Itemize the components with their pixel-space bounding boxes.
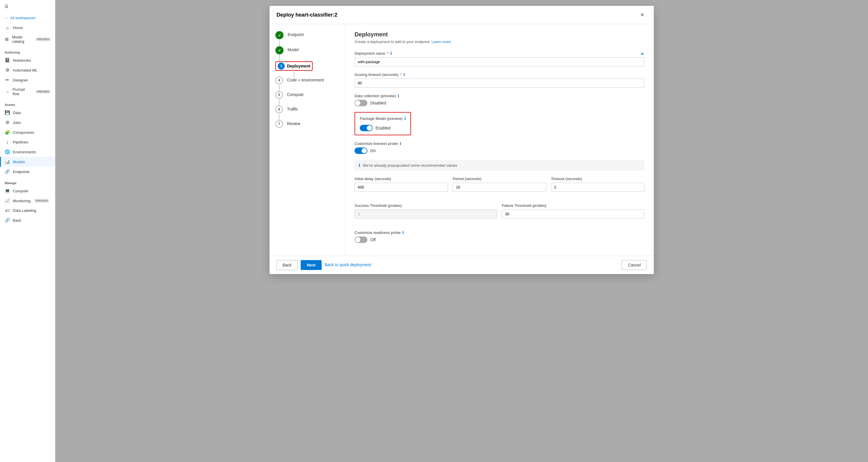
scoring-timeout-info-icon: ℹ	[403, 72, 405, 77]
sidebar-item-label: Back	[13, 218, 21, 223]
hamburger-menu[interactable]: ☰	[0, 0, 55, 13]
timeout-group: Timeout (seconds)	[551, 176, 645, 192]
home-icon: ⌂	[5, 25, 10, 30]
sidebar-item-models[interactable]: 📊 Models	[0, 157, 55, 167]
readiness-probe-label: Customize readiness probe ℹ	[354, 230, 645, 235]
sidebar-item-label: Automated ML	[13, 68, 37, 72]
back-label: All workspaces	[10, 16, 35, 20]
designer-icon: ✏	[5, 77, 10, 82]
step-circle-model: ✓	[275, 46, 283, 55]
step-circle-code-env: 4	[275, 76, 283, 84]
step-label-endpoint: Endpoint	[287, 31, 304, 37]
close-button[interactable]: ✕	[638, 10, 647, 19]
deploy-modal: Deploy heart-classifier:2 ✕ ✓ Endpoint	[270, 6, 654, 274]
manage-section-label: Manage	[0, 176, 55, 186]
pipelines-icon: ↕	[5, 140, 10, 144]
sidebar-item-designer[interactable]: ✏ Designer	[0, 75, 55, 85]
compute-icon: 💻	[5, 188, 10, 194]
quick-deploy-link[interactable]: Back to quick deployment	[324, 260, 371, 270]
sidebar-item-compute[interactable]: 💻 Compute	[0, 186, 55, 196]
step-label-model: Model	[287, 46, 299, 52]
package-model-status: Enabled	[375, 126, 390, 130]
learn-more-link[interactable]: Learn more	[432, 40, 451, 44]
sidebar-item-model-catalog[interactable]: ⊞ Model catalog PREVIEW	[0, 33, 55, 46]
sidebar-item-label: Endpoints	[13, 170, 30, 174]
catalog-icon: ⊞	[5, 37, 9, 42]
sidebar-item-data-labeling[interactable]: 🏷 Data Labeling	[0, 206, 55, 215]
sidebar-item-prompt-flow[interactable]: → Prompt flow PREVIEW	[0, 85, 55, 98]
monitoring-icon: 📈	[5, 198, 10, 203]
preview-badge: PREVIEW	[36, 90, 50, 93]
sidebar-item-notebooks[interactable]: 📓 Notebooks	[0, 55, 55, 65]
sidebar-item-automated-ml[interactable]: ⚙ Automated ML	[0, 65, 55, 75]
sidebar-item-label: Notebooks	[13, 58, 31, 63]
back-to-workspaces[interactable]: ← All workspaces	[0, 13, 55, 23]
sidebar-item-data[interactable]: 💾 Data	[0, 108, 55, 118]
required-mark: *	[387, 51, 389, 56]
sidebar-item-pipelines[interactable]: ↕ Pipelines	[0, 137, 55, 147]
sidebar-item-monitoring[interactable]: 📈 Monitoring PREVIEW	[0, 196, 55, 206]
readiness-info-icon: ℹ	[402, 230, 404, 235]
data-collection-toggle[interactable]	[354, 100, 367, 106]
jobs-icon: ⚙	[5, 120, 10, 125]
readiness-probe-group: Customize readiness probe ℹ Off	[354, 230, 645, 243]
sidebar-item-environments[interactable]: 🌐 Environments	[0, 147, 55, 157]
back-arrow-icon: ←	[5, 16, 8, 20]
sidebar-item-endpoints[interactable]: 🔗 Endpoints	[0, 167, 55, 176]
period-input[interactable]	[453, 183, 546, 192]
cancel-button[interactable]: Cancel	[622, 260, 647, 270]
step-label-compute: Compute	[287, 91, 304, 97]
data-collection-status: Disabled	[370, 101, 386, 105]
readiness-slider	[354, 236, 367, 243]
timeout-label: Timeout (seconds)	[551, 176, 645, 181]
back-button[interactable]: Back	[277, 260, 298, 270]
next-button[interactable]: Next	[301, 260, 322, 270]
automated-ml-icon: ⚙	[5, 67, 10, 73]
readiness-status: Off	[370, 237, 375, 242]
prepopulated-info-banner: ℹ We've already prepopulated some recomm…	[354, 160, 645, 171]
step-circle-deployment: 3	[278, 63, 285, 69]
info-circle-icon: ℹ	[359, 163, 360, 168]
scoring-timeout-input[interactable]	[354, 78, 645, 88]
sidebar-item-jobs[interactable]: ⚙ Jobs	[0, 118, 55, 127]
sidebar-item-label: Components	[13, 130, 34, 135]
sidebar-item-label: Home	[13, 26, 23, 30]
content-subtitle: Create a deployment to add to your endpo…	[354, 40, 645, 44]
liveness-toggle[interactable]	[354, 147, 367, 154]
scoring-timeout-label: Scoring timeout (seconds) * ℹ	[354, 72, 645, 77]
sidebar-item-home[interactable]: ⌂ Home	[0, 23, 55, 33]
modal-footer: Back Next Back to quick deployment Cance…	[270, 256, 654, 274]
prepopulated-text: We've already prepopulated some recommen…	[363, 163, 457, 168]
liveness-info-icon: ℹ	[400, 141, 401, 146]
deployment-name-group: Deployment name * ℹ 👁	[354, 51, 645, 66]
initial-delay-label: Initial delay (seconds)	[354, 176, 448, 181]
initial-delay-input[interactable]	[354, 183, 448, 192]
sidebar-item-label: Jobs	[13, 121, 21, 125]
readiness-toggle-row: Off	[354, 236, 645, 243]
liveness-toggle-row: On	[354, 147, 645, 154]
data-collection-label: Data collection (preview) ℹ	[354, 93, 645, 98]
timeout-input[interactable]	[551, 183, 645, 192]
step-circle-review: 7	[275, 120, 283, 128]
data-collection-toggle-row: Disabled	[354, 100, 645, 106]
sidebar-item-label: Data Labeling	[13, 208, 36, 213]
step-circle-endpoint: ✓	[275, 31, 283, 39]
sidebar-item-label: Monitoring	[13, 199, 31, 203]
package-model-toggle[interactable]	[360, 125, 373, 131]
data-collection-info-icon: ℹ	[398, 93, 399, 98]
eye-icon[interactable]: 👁	[640, 52, 645, 57]
sidebar-item-linked-services[interactable]: 🔗 Back	[0, 215, 55, 225]
probe-fields-row1: Initial delay (seconds) Period (seconds)…	[354, 176, 645, 198]
environments-icon: 🌐	[5, 149, 10, 155]
subtitle-text: Create a deployment to add to your endpo…	[354, 40, 432, 44]
failure-threshold-input[interactable]	[502, 209, 645, 219]
failure-threshold-label: Failure Threshold (probes)	[502, 203, 645, 208]
sidebar-item-label: Compute	[13, 189, 28, 193]
liveness-slider	[354, 147, 367, 154]
readiness-toggle[interactable]	[354, 236, 367, 243]
step-label-deployment: Deployment	[287, 64, 310, 68]
sidebar-item-components[interactable]: 🧩 Components	[0, 127, 55, 137]
deployment-name-input[interactable]	[354, 57, 645, 66]
footer-left-buttons: Back Next Back to quick deployment	[277, 260, 371, 270]
data-labeling-icon: 🏷	[5, 208, 10, 213]
